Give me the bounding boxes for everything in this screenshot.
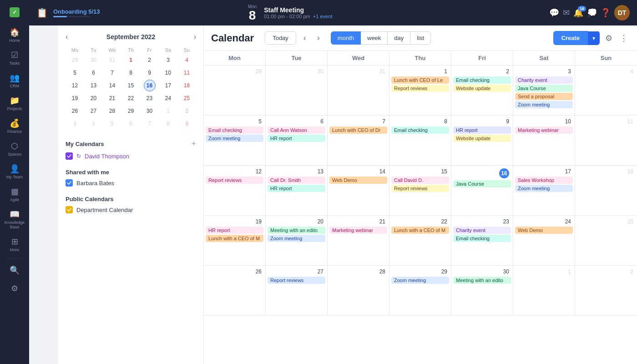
tab-list[interactable]: list (410, 31, 431, 45)
cal-cell-sep11[interactable]: 11 (575, 116, 637, 165)
cal-cell-aug29[interactable]: 29 (204, 66, 266, 115)
sidebar-item-home[interactable]: 🏠 Home (2, 25, 27, 46)
mini-cal-cell[interactable]: 6 (88, 67, 100, 79)
cal-cell-sep21[interactable]: 21 Marketing webinar (328, 216, 389, 265)
mini-cal-cell[interactable]: 8 (125, 67, 137, 79)
mini-cal-cell[interactable]: 6 (125, 118, 137, 130)
event-pill[interactable]: HR report (453, 126, 511, 134)
mini-cal-cell[interactable]: 26 (69, 105, 81, 117)
event-pill[interactable]: Report reviews (391, 85, 449, 92)
event-pill[interactable]: Call David D. (391, 177, 449, 184)
cal-cell-sep25[interactable]: 25 (575, 216, 637, 265)
mini-cal-cell[interactable]: 3 (162, 54, 174, 66)
event-pill[interactable]: Marketing webinar (515, 126, 573, 134)
mini-cal-cell[interactable]: 4 (181, 54, 193, 66)
topbar-event[interactable]: Staff Meeting 01:00 pm - 02:00 pm +1 eve… (264, 6, 332, 19)
mini-cal-cell[interactable]: 17 (162, 80, 174, 91)
event-pill[interactable]: Report reviews (268, 277, 325, 284)
event-pill[interactable]: Report reviews (206, 177, 263, 184)
event-pill[interactable]: Sales Workshop (515, 177, 573, 184)
cal-cell-sep13[interactable]: 13 Call Dr. Smith HR report (266, 166, 328, 215)
mini-cal-cell[interactable]: 18 (181, 80, 193, 91)
cal-cell-sep20[interactable]: 20 Meeting with an edito Zoom meeting (266, 216, 328, 265)
event-pill[interactable]: Web Demo (329, 177, 387, 184)
tab-day[interactable]: day (388, 31, 410, 45)
event-pill[interactable]: Java Course (515, 85, 573, 92)
cal-cell-sep9[interactable]: 9 HR report Website update (451, 116, 513, 165)
prev-month-button[interactable]: ‹ (300, 31, 310, 45)
sidebar-item-agile[interactable]: ▦ Agile (2, 184, 27, 205)
sidebar-item-tasks[interactable]: ☑ Tasks (2, 47, 27, 68)
mini-cal-cell[interactable]: 2 (144, 54, 156, 66)
event-pill[interactable]: HR report (268, 185, 325, 192)
cal-cell-sep23[interactable]: 23 Charity event Email checking (451, 216, 513, 265)
mini-cal-cell[interactable]: 1 (125, 54, 137, 66)
event-pill[interactable]: Call Ann Watson (268, 126, 325, 134)
event-pill[interactable]: Call Dr. Smith (268, 177, 325, 184)
mini-cal-cell[interactable]: 7 (106, 67, 118, 79)
cal-cell-sep18[interactable]: 18 (575, 166, 637, 215)
sidebar-item-myteam[interactable]: 👤 My Team (2, 161, 27, 182)
event-pill[interactable]: Lunch with CEO of Dr (329, 126, 387, 134)
event-pill[interactable]: Lunch with CEO of Le (391, 76, 449, 84)
event-pill[interactable]: Meeting with an edito (268, 227, 325, 234)
cal-cell-oct2[interactable]: 2 (575, 266, 637, 315)
add-calendar-button[interactable]: + (191, 139, 196, 149)
mini-cal-cell[interactable]: 11 (181, 67, 193, 79)
mini-cal-prev-button[interactable]: ‹ (66, 33, 68, 41)
event-pill[interactable]: Zoom meeting (391, 277, 449, 284)
mini-cal-next-button[interactable]: › (194, 33, 196, 41)
onboarding-progress[interactable]: Onboarding 5/13 (53, 8, 100, 17)
event-pill[interactable]: Email checking (453, 235, 511, 242)
mini-cal-cell-today[interactable]: 16 (144, 80, 156, 91)
messages-icon[interactable]: 💭 (587, 8, 597, 18)
mini-cal-cell[interactable]: 8 (162, 118, 174, 130)
calendar-more-button[interactable]: ⋮ (618, 31, 630, 45)
event-pill[interactable]: Email checking (391, 126, 449, 134)
mini-cal-cell[interactable]: 5 (69, 67, 81, 79)
event-pill[interactable]: Report reviews (391, 185, 449, 192)
mail-icon[interactable]: ✉ (563, 8, 570, 18)
event-pill[interactable]: Zoom meeting (268, 235, 325, 242)
event-pill[interactable]: Website update (453, 85, 511, 92)
sidebar-item-finance[interactable]: 💰 Finance (2, 116, 27, 136)
mini-cal-cell[interactable]: 24 (162, 92, 174, 104)
cal-cell-sep27[interactable]: 27 Report reviews (266, 266, 328, 315)
mini-cal-cell[interactable]: 31 (106, 54, 118, 66)
mini-cal-cell[interactable]: 29 (69, 54, 81, 66)
mini-cal-cell[interactable]: 10 (162, 67, 174, 79)
cal-cell-sep24[interactable]: 24 Web Demo (513, 216, 575, 265)
mini-cal-cell[interactable]: 12 (69, 80, 81, 91)
cal-cell-sep14[interactable]: 14 Web Demo (328, 166, 389, 215)
calendar-item-department[interactable]: Department Calendar (66, 206, 196, 213)
mini-cal-cell[interactable]: 28 (106, 105, 118, 117)
cal-cell-sep2[interactable]: 2 Email checking Website update (451, 66, 513, 115)
cal-cell-sep6[interactable]: 6 Call Ann Watson HR report (266, 116, 328, 165)
cal-cell-sep22[interactable]: 22 Lunch with a CEO of M (389, 216, 451, 265)
today-button[interactable]: Today (265, 31, 296, 45)
mini-cal-cell[interactable]: 14 (106, 80, 118, 91)
event-pill[interactable]: Meeting with an edito (453, 277, 511, 284)
cal-cell-sep3[interactable]: 3 Charity event Java Course Send a propo… (513, 66, 575, 115)
mini-cal-cell[interactable]: 5 (106, 118, 118, 130)
user-avatar[interactable]: DT (614, 5, 630, 20)
chat-icon[interactable]: 💬 (549, 8, 559, 18)
next-month-button[interactable]: › (313, 31, 324, 45)
calendar-checkbox-barbara[interactable] (66, 179, 73, 187)
mini-cal-cell[interactable]: 30 (144, 105, 156, 117)
event-pill[interactable]: HR report (206, 227, 263, 234)
event-pill[interactable]: Java Course (453, 180, 511, 187)
cal-cell-sep12[interactable]: 12 Report reviews (204, 166, 266, 215)
mini-cal-cell[interactable]: 15 (125, 80, 137, 91)
event-pill[interactable]: Lunch with a CEO of M (391, 227, 449, 234)
cal-cell-sep17[interactable]: 17 Sales Workshop Zoom meeting (513, 166, 575, 215)
event-pill[interactable]: Website update (453, 135, 511, 142)
mini-cal-cell[interactable]: 20 (88, 92, 100, 104)
event-pill[interactable]: HR report (268, 135, 325, 142)
tab-month[interactable]: month (331, 31, 361, 45)
event-pill[interactable]: Charity event (515, 76, 573, 84)
mini-cal-cell[interactable]: 30 (88, 54, 100, 66)
event-pill[interactable]: Email checking (206, 126, 263, 134)
event-pill[interactable]: Zoom meeting (206, 135, 263, 142)
cal-cell-aug30[interactable]: 30 (266, 66, 328, 115)
